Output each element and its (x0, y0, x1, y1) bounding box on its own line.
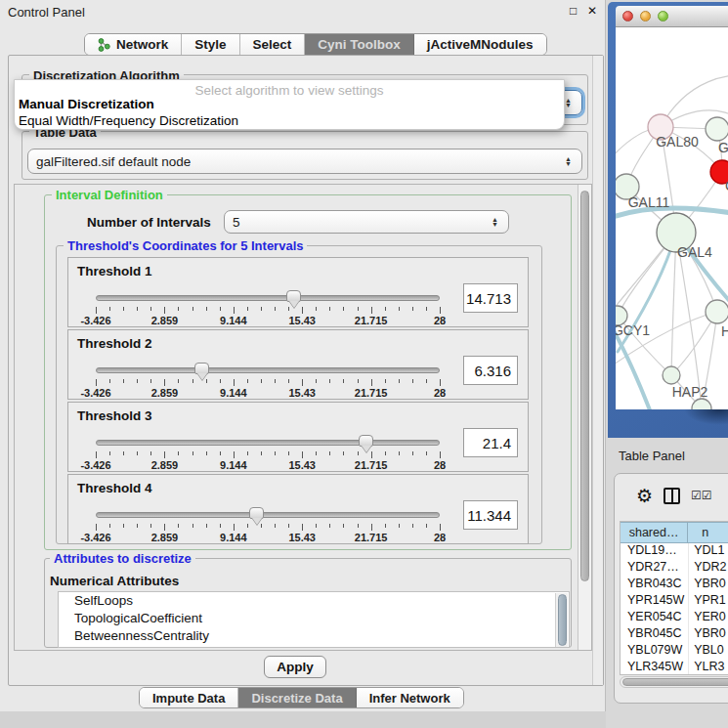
threshold-slider[interactable] (96, 295, 440, 301)
threshold-slider-thumb[interactable] (194, 363, 209, 374)
threshold-label: Threshold 1 (77, 264, 152, 278)
slider-tick-labels: -3.4262.8599.14415.4321.71528 (96, 532, 440, 543)
attribute-list-item[interactable]: TopologicalCoefficient (59, 610, 569, 627)
network-node-top-right[interactable] (706, 117, 728, 141)
slider-ticks (96, 379, 440, 387)
threshold-label: Threshold 2 (77, 336, 152, 351)
slider-ticks (96, 451, 440, 459)
tab-impute-data[interactable]: Impute Data (140, 688, 238, 707)
tab-network-label: Network (116, 37, 168, 52)
tab-infer-network[interactable]: Infer Network (357, 688, 463, 707)
threshold-label: Threshold 3 (77, 408, 152, 423)
table-panel: ⚙ ☑☑ shared… n YDL19…YDL1YDR27…YDR2YBR04… (614, 473, 728, 704)
settings-scroll-area: Interval Definition Number of Intervals … (14, 184, 592, 651)
column-header-shared-name[interactable]: shared… (621, 522, 688, 543)
threshold-box-2: Threshold 2-3.4262.8599.14415.4321.71528… (67, 329, 529, 400)
float-window-icon[interactable]: □ (570, 4, 577, 18)
attributes-group-body: SelfLoopsTopologicalCoefficientBetweenne… (44, 558, 572, 648)
threshold-value-field[interactable]: 11.344 (463, 500, 518, 530)
algorithm-placeholder-option[interactable]: Select algorithm to view settings (15, 83, 564, 98)
table-panel-title: Table Panel (619, 449, 685, 463)
threshold-value-field[interactable]: 6.316 (463, 356, 518, 385)
columns-icon[interactable] (664, 488, 680, 504)
slider-tick-labels: -3.4262.8599.14415.4321.71528 (96, 459, 440, 471)
threshold-slider-thumb[interactable] (359, 435, 373, 447)
table-row[interactable]: YDR27…YDR2 (621, 560, 728, 577)
table-row[interactable]: YBR043CYBR0 (621, 577, 728, 593)
threshold-value-field[interactable]: 21.4 (463, 428, 518, 457)
network-node-hap2[interactable] (663, 366, 680, 384)
close-panel-icon[interactable]: ✕ (587, 4, 597, 18)
cell-name[interactable]: YBR0 (689, 577, 728, 593)
attribute-list-item[interactable]: SelfLoops (59, 592, 569, 610)
table-row[interactable]: YLR345WYLR3 (621, 660, 728, 675)
cell-name[interactable]: YBR0 (689, 626, 728, 643)
threshold-slider[interactable] (96, 367, 440, 373)
settings-scrollbar-thumb[interactable] (580, 191, 589, 581)
cell-shared-name[interactable]: YPR145W (621, 593, 689, 610)
threshold-value-field[interactable]: 14.713 (463, 283, 518, 313)
column-header-name[interactable]: n (688, 522, 728, 543)
numerical-attributes-list[interactable]: SelfLoopsTopologicalCoefficientBetweenne… (58, 591, 570, 648)
network-canvas[interactable]: GAL80GALCGAL11GAL4GCY1HHAP2 (616, 27, 728, 409)
slider-tick-labels: -3.4262.8599.14415.4321.71528 (96, 315, 440, 326)
checkboxes-icon[interactable]: ☑☑ (691, 489, 712, 502)
attribute-list-item[interactable]: BetweennessCentrality (59, 627, 569, 645)
panel-title: Control Panel (8, 5, 85, 20)
cell-shared-name[interactable]: YER054C (621, 610, 689, 626)
table-row[interactable]: YBR045CYBR0 (621, 626, 728, 643)
tab-select-label: Select (253, 37, 292, 52)
tab-network[interactable]: Network (85, 34, 182, 55)
minimize-traffic-icon[interactable] (640, 11, 651, 21)
threshold-slider-thumb[interactable] (249, 507, 264, 519)
network-node-label: GAL11 (628, 194, 670, 210)
threshold-slider[interactable] (96, 440, 440, 446)
settings-vertical-scrollbar[interactable] (578, 185, 591, 650)
tab-cyni-toolbox[interactable]: Cyni Toolbox (305, 34, 414, 55)
attributes-list-scrollbar-thumb[interactable] (558, 594, 567, 646)
table-row[interactable]: YPR145WYPR1 (621, 593, 728, 610)
zoom-traffic-icon[interactable] (658, 11, 668, 21)
tab-select[interactable]: Select (240, 34, 306, 55)
tab-infer-network-label: Infer Network (369, 691, 450, 706)
cell-name[interactable]: YBL0 (689, 643, 728, 660)
cell-shared-name[interactable]: YBR045C (621, 626, 689, 643)
cell-name[interactable]: YDL1 (689, 543, 728, 560)
cell-shared-name[interactable]: YBR043C (621, 577, 689, 593)
network-node-right-h[interactable] (706, 300, 728, 323)
attributes-list-scrollbar[interactable] (555, 593, 568, 648)
algorithm-option-equal-width[interactable]: Equal Width/Frequency Discretization (19, 113, 238, 128)
network-window-titlebar[interactable] (616, 6, 728, 27)
cell-name[interactable]: YER0 (689, 610, 728, 626)
cell-name[interactable]: YPR1 (689, 593, 728, 610)
table-data-combobox[interactable]: galFiltered.sif default node ▲▼ (27, 149, 582, 174)
cell-shared-name[interactable]: YDR27… (621, 560, 689, 577)
table-horizontal-scrollbar[interactable] (620, 676, 728, 688)
network-view-window: GAL80GALCGAL11GAL4GCY1HHAP2 (608, 2, 728, 438)
cell-shared-name[interactable]: YDL19… (621, 543, 689, 560)
network-graph: GAL80GALCGAL11GAL4GCY1HHAP2 (616, 27, 728, 409)
number-of-intervals-combobox[interactable]: 5 ▲▼ (224, 210, 509, 234)
close-traffic-icon[interactable] (622, 11, 633, 21)
threshold-slider[interactable] (96, 512, 440, 518)
table-body: YDL19…YDL1YDR27…YDR2YBR043CYBR0YPR145WYP… (621, 543, 728, 675)
tab-discretize-data[interactable]: Discretize Data (238, 688, 356, 707)
table-row[interactable]: YER054CYER0 (621, 610, 728, 626)
cell-shared-name[interactable]: YLR345W (621, 660, 689, 675)
table-row[interactable]: YBL079WYBL0 (621, 643, 728, 660)
table-hscrollbar-thumb[interactable] (622, 678, 728, 686)
cell-name[interactable]: YLR3 (689, 660, 728, 675)
algorithm-dropdown-popup: Select algorithm to view settings Manual… (14, 79, 565, 130)
cell-shared-name[interactable]: YBL079W (621, 643, 689, 660)
threshold-label: Threshold 4 (77, 481, 152, 495)
cell-name[interactable]: YDR2 (689, 560, 728, 577)
combo-stepper-icon: ▲▼ (565, 98, 574, 107)
tab-style[interactable]: Style (182, 34, 239, 55)
tab-jactivemnodules[interactable]: jActiveMNodules (414, 34, 546, 55)
table-row[interactable]: YDL19…YDL1 (621, 543, 728, 560)
threshold-slider-thumb[interactable] (286, 290, 301, 302)
algorithm-option-manual[interactable]: Manual Discretization (19, 97, 154, 111)
gear-icon[interactable]: ⚙ (636, 485, 653, 507)
apply-button[interactable]: Apply (264, 656, 326, 678)
network-node-label: HAP2 (672, 384, 708, 400)
